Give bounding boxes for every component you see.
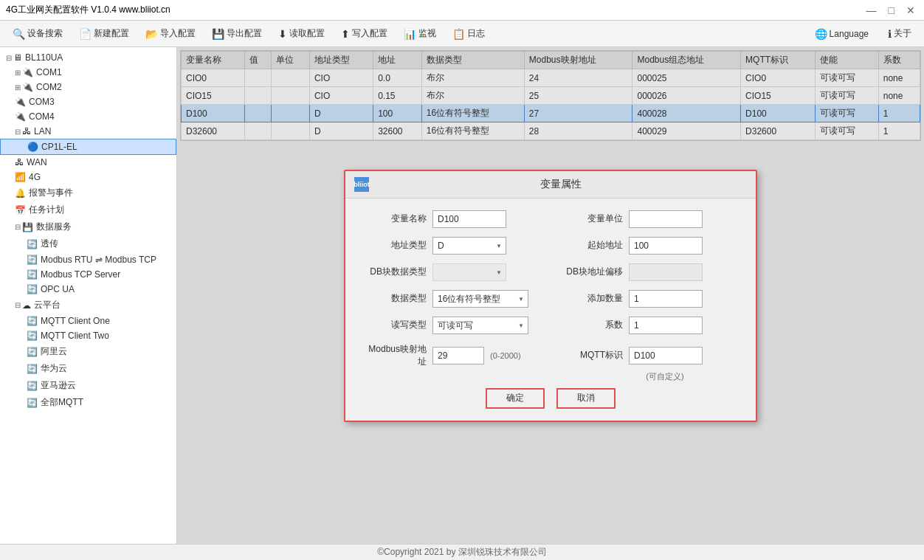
dialog-row-1: 变量名称 变量单位: [360, 210, 741, 228]
search-button[interactable]: 🔍 设备搜索: [6, 24, 69, 43]
dialog-header: bliiot 变量属性: [345, 171, 756, 198]
dialog-row-4: 数据类型 16位有符号整型 16位无符号整型 32位有符号整型 32位无符号整型…: [360, 290, 741, 308]
dialog-overlay: bliiot 变量属性 变量名称 变量单位: [177, 47, 924, 544]
search-icon: 🔍: [13, 28, 25, 40]
titlebar: 4G工业网关配置软件 V1.0.4 www.bliiot.cn — □ ✕: [0, 0, 924, 21]
read-config-button[interactable]: ⬇ 读取配置: [272, 24, 331, 43]
db-data-type-select-wrapper: [432, 263, 506, 281]
dialog-buttons: 确定 取消: [360, 388, 741, 409]
monitor-icon: 📊: [404, 28, 416, 40]
coef-label: 系数: [556, 319, 623, 331]
db-offset-input[interactable]: [629, 263, 703, 281]
sidebar-item-aliyun[interactable]: 🔄 阿里云: [0, 343, 176, 360]
about-button[interactable]: ℹ 关于: [881, 24, 918, 43]
sidebar-item-cp1l-el[interactable]: 🔵 CP1L-EL: [0, 139, 176, 155]
data-service-icon: 💾: [22, 222, 33, 232]
sidebar-item-com4[interactable]: 🔌 COM4: [0, 109, 176, 124]
db-offset-label: DB块地址偏移: [556, 266, 623, 278]
sidebar-item-data-service[interactable]: ⊟ 💾 数据服务: [0, 218, 176, 235]
coef-input[interactable]: [629, 317, 703, 334]
addr-type-select[interactable]: D CIO W H A T C: [432, 237, 506, 255]
sidebar-item-modbus-rtu[interactable]: 🔄 Modbus RTU ⇌ Modbus TCP: [0, 252, 176, 267]
start-addr-field: 起始地址: [556, 237, 741, 255]
sidebar-item-task[interactable]: 📅 任务计划: [0, 201, 176, 218]
toolbar: 🔍 设备搜索 📄 新建配置 📂 导入配置 💾 导出配置 ⬇ 读取配置 ⬆ 写入配…: [0, 21, 924, 47]
main-layout: ⊟ 🖥 BL110UA ⊞ 🔌 COM1 ⊞ 🔌 COM2 🔌 COM3 🔌 C…: [0, 47, 924, 544]
sidebar-item-modbus-tcp[interactable]: 🔄 Modbus TCP Server: [0, 267, 176, 282]
sidebar-item-4g[interactable]: 📶 4G: [0, 170, 176, 184]
start-addr-label: 起始地址: [556, 239, 623, 252]
sidebar-item-com3[interactable]: 🔌 COM3: [0, 94, 176, 109]
lan-icon: 🖧: [22, 126, 31, 136]
new-icon: 📄: [79, 28, 92, 40]
write-config-button[interactable]: ⬆ 写入配置: [334, 24, 394, 43]
log-icon: 📋: [452, 28, 465, 40]
data-type-select-wrapper: 16位有符号整型 16位无符号整型 32位有符号整型 32位无符号整型 浮点数 …: [432, 290, 528, 308]
sidebar-item-wan[interactable]: 🖧 WAN: [0, 155, 176, 170]
cloud-icon: ☁: [22, 300, 31, 311]
add-count-input[interactable]: [629, 290, 703, 308]
rw-type-field: 读写类型 可读可写 只读 只写: [360, 317, 545, 334]
transparent-icon: 🔄: [27, 239, 38, 249]
rw-type-select-wrapper: 可读可写 只读 只写: [432, 317, 528, 334]
dialog-row-3: DB块数据类型 DB块地址偏移: [360, 263, 741, 281]
monitor-button[interactable]: 📊 监视: [397, 24, 443, 43]
maximize-button[interactable]: □: [886, 4, 897, 16]
sidebar-item-cloud[interactable]: ⊟ ☁ 云平台: [0, 297, 176, 314]
ok-button[interactable]: 确定: [486, 388, 545, 409]
device-icon: 🖥: [13, 52, 22, 63]
import-icon: 📂: [145, 28, 158, 40]
var-unit-input[interactable]: [629, 210, 703, 228]
add-count-field: 添加数量: [556, 290, 741, 308]
4g-icon: 📶: [15, 172, 26, 182]
mqtt-input[interactable]: [629, 347, 703, 364]
import-config-button[interactable]: 📂 导入配置: [139, 24, 202, 43]
com-icon: 🔌: [15, 97, 26, 107]
sidebar-item-transparent[interactable]: 🔄 透传: [0, 235, 176, 252]
sidebar-item-mqtt-one[interactable]: 🔄 MQTT Client One: [0, 314, 176, 328]
statusbar: ©Copyright 2021 by 深圳锐珠技术有限公司: [0, 544, 924, 560]
sidebar-item-alarm[interactable]: 🔔 报警与事件: [0, 184, 176, 201]
opc-icon: 🔄: [27, 284, 38, 294]
sidebar-item-com2[interactable]: ⊞ 🔌 COM2: [0, 80, 176, 94]
db-data-type-select[interactable]: [432, 263, 506, 281]
amazon-icon: 🔄: [27, 381, 38, 391]
rw-type-select[interactable]: 可读可写 只读 只写: [432, 317, 528, 334]
modbus-tcp-icon: 🔄: [27, 269, 38, 280]
minimize-button[interactable]: —: [863, 4, 880, 16]
close-button[interactable]: ✕: [903, 4, 918, 16]
modbus-addr-input[interactable]: [432, 347, 484, 364]
sidebar-item-bl110ua[interactable]: ⊟ 🖥 BL110UA: [0, 50, 176, 65]
db-data-type-label: DB块数据类型: [360, 266, 427, 278]
write-icon: ⬆: [341, 28, 350, 40]
data-type-select[interactable]: 16位有符号整型 16位无符号整型 32位有符号整型 32位无符号整型 浮点数 …: [432, 290, 528, 308]
dialog-body: 变量名称 变量单位 地址类型: [345, 198, 756, 421]
var-name-input[interactable]: [432, 210, 506, 228]
export-config-button[interactable]: 💾 导出配置: [205, 24, 269, 43]
sidebar-item-huawei[interactable]: 🔄 华为云: [0, 360, 176, 377]
sidebar-item-lan[interactable]: ⊟ 🖧 LAN: [0, 124, 176, 139]
task-icon: 📅: [15, 205, 26, 215]
sidebar-item-mqtt-two[interactable]: 🔄 MQTT Client Two: [0, 328, 176, 343]
log-button[interactable]: 📋 日志: [446, 24, 492, 43]
cancel-button[interactable]: 取消: [556, 388, 616, 409]
sidebar-item-amazon[interactable]: 🔄 亚马逊云: [0, 377, 176, 394]
modbus-icon: 🔄: [27, 255, 38, 265]
start-addr-input[interactable]: [629, 237, 703, 255]
sidebar-item-com1[interactable]: ⊞ 🔌 COM1: [0, 65, 176, 80]
db-offset-field: DB块地址偏移: [556, 263, 741, 281]
window-controls: — □ ✕: [863, 4, 918, 16]
wan-icon: 🖧: [15, 157, 24, 167]
expand-icon: ⊟: [15, 223, 21, 231]
add-count-label: 添加数量: [556, 292, 623, 305]
data-type-label: 数据类型: [360, 292, 427, 305]
new-config-button[interactable]: 📄 新建配置: [72, 24, 136, 43]
mqtt-icon: 🔄: [27, 331, 38, 341]
addr-type-field: 地址类型 D CIO W H A T C: [360, 237, 545, 255]
sidebar-item-opc-ua[interactable]: 🔄 OPC UA: [0, 282, 176, 297]
sidebar-item-all-mqtt[interactable]: 🔄 全部MQTT: [0, 394, 176, 411]
var-unit-field: 变量单位: [556, 210, 741, 228]
language-button[interactable]: 🌐 Language: [808, 25, 875, 43]
huawei-icon: 🔄: [27, 364, 38, 374]
language-icon: 🌐: [815, 28, 827, 40]
